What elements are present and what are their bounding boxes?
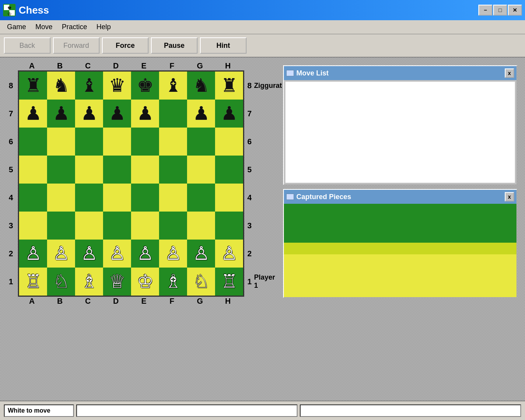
chess-piece: ♙	[81, 244, 98, 263]
chess-cell[interactable]: ♟	[131, 100, 159, 128]
chess-cell[interactable]: ♙	[19, 240, 47, 268]
chess-cell[interactable]	[187, 128, 215, 156]
chess-cell[interactable]	[47, 212, 75, 240]
chess-cell[interactable]	[159, 156, 187, 184]
row-right-6: 6	[247, 128, 275, 156]
chess-cell[interactable]: ♙	[187, 240, 215, 268]
chess-cell[interactable]: ♞	[187, 72, 215, 100]
menu-help[interactable]: Help	[93, 21, 115, 33]
chess-cell[interactable]: ♔	[131, 268, 159, 296]
chess-cell[interactable]	[215, 184, 243, 212]
captured-yellow-zone	[284, 254, 516, 297]
chess-cell[interactable]	[75, 156, 103, 184]
col-label-H: H	[214, 61, 242, 70]
col-label-bottom-F: F	[158, 297, 186, 306]
chess-cell[interactable]	[19, 212, 47, 240]
chess-cell[interactable]: ♟	[103, 100, 131, 128]
chess-cell[interactable]	[103, 156, 131, 184]
chess-cell[interactable]	[103, 128, 131, 156]
chess-cell[interactable]	[19, 184, 47, 212]
menu-practice[interactable]: Practice	[58, 21, 91, 33]
chess-cell[interactable]: ♟	[215, 100, 243, 128]
chess-cell[interactable]	[215, 156, 243, 184]
chess-cell[interactable]: ♙	[131, 240, 159, 268]
captured-close-button[interactable]: x	[505, 192, 514, 201]
chess-cell[interactable]: ♟	[187, 100, 215, 128]
chess-cell[interactable]	[215, 212, 243, 240]
chess-cell[interactable]	[187, 184, 215, 212]
chess-cell[interactable]: ♝	[75, 72, 103, 100]
chess-cell[interactable]	[187, 156, 215, 184]
chess-cell[interactable]: ♟	[75, 100, 103, 128]
chess-cell[interactable]	[131, 184, 159, 212]
chess-cell[interactable]	[159, 128, 187, 156]
chess-cell[interactable]: ♟	[19, 100, 47, 128]
svg-text:♚: ♚	[7, 5, 12, 10]
chess-cell[interactable]	[131, 212, 159, 240]
chess-cell[interactable]: ♙	[159, 240, 187, 268]
chess-piece: ♗	[165, 272, 182, 291]
chess-cell[interactable]	[131, 156, 159, 184]
chess-cell[interactable]: ♚	[131, 72, 159, 100]
forward-button[interactable]: Forward	[53, 37, 100, 54]
chess-cell[interactable]: ♕	[103, 268, 131, 296]
chess-cell[interactable]: ♗	[159, 268, 187, 296]
chess-cell[interactable]	[187, 212, 215, 240]
chess-cell[interactable]: ♗	[75, 268, 103, 296]
row-label-8: 8	[4, 72, 18, 100]
chess-cell[interactable]: ♘	[47, 268, 75, 296]
row-label-4: 4	[4, 184, 18, 212]
chess-cell[interactable]	[47, 128, 75, 156]
chess-cell[interactable]: ♖	[215, 268, 243, 296]
move-list-close-button[interactable]: x	[505, 68, 514, 78]
chess-cell[interactable]	[131, 128, 159, 156]
menu-game[interactable]: Game	[3, 21, 30, 33]
chess-cell[interactable]	[103, 212, 131, 240]
chess-cell[interactable]	[19, 128, 47, 156]
chess-cell[interactable]: ♙	[47, 240, 75, 268]
chess-piece: ♗	[81, 272, 98, 291]
chess-cell[interactable]: ♖	[19, 268, 47, 296]
chess-piece: ♙	[193, 244, 210, 263]
chess-cell[interactable]: ♛	[103, 72, 131, 100]
pause-button[interactable]: Pause	[151, 37, 198, 54]
hint-button[interactable]: Hint	[200, 37, 247, 54]
toolbar: Back Forward Force Pause Hint	[0, 34, 525, 58]
chess-piece: ♛	[109, 76, 126, 95]
chess-cell[interactable]	[215, 128, 243, 156]
chess-cell[interactable]	[159, 100, 187, 128]
chess-cell[interactable]	[159, 212, 187, 240]
move-list-content	[285, 82, 515, 183]
chess-cell[interactable]	[75, 128, 103, 156]
col-label-bottom-E: E	[130, 297, 158, 306]
menu-move[interactable]: Move	[32, 21, 56, 33]
chess-cell[interactable]	[103, 184, 131, 212]
chess-cell[interactable]: ♙	[103, 240, 131, 268]
status-bar: White to move	[0, 401, 525, 420]
chess-cell[interactable]	[19, 156, 47, 184]
close-button[interactable]: ✕	[508, 5, 522, 16]
chess-piece: ♟	[109, 104, 126, 123]
col-label-D: D	[102, 61, 130, 70]
board-with-labels: A B C D E F G H 8 7 6 5 4 3 2 1	[4, 61, 275, 306]
force-button[interactable]: Force	[102, 37, 149, 54]
back-button[interactable]: Back	[4, 37, 51, 54]
chess-cell[interactable]: ♝	[159, 72, 187, 100]
chess-cell[interactable]: ♘	[187, 268, 215, 296]
chess-cell[interactable]: ♞	[47, 72, 75, 100]
minimize-button[interactable]: −	[478, 5, 492, 16]
chess-cell[interactable]: ♜	[215, 72, 243, 100]
chess-cell[interactable]	[47, 184, 75, 212]
chess-cell[interactable]	[75, 184, 103, 212]
chess-cell[interactable]	[47, 156, 75, 184]
chess-cell[interactable]	[75, 212, 103, 240]
maximize-button[interactable]: □	[493, 5, 507, 16]
chess-cell[interactable]: ♙	[75, 240, 103, 268]
chess-cell[interactable]: ♙	[215, 240, 243, 268]
chess-cell[interactable]: ♜	[19, 72, 47, 100]
chess-piece: ♟	[81, 104, 98, 123]
chess-cell[interactable]	[159, 184, 187, 212]
chess-board[interactable]: ♜♞♝♛♚♝♞♜♟♟♟♟♟♟♟♙♙♙♙♙♙♙♙♖♘♗♕♔♗♘♖	[18, 70, 244, 297]
chess-cell[interactable]: ♟	[47, 100, 75, 128]
col-label-A: A	[18, 61, 46, 70]
